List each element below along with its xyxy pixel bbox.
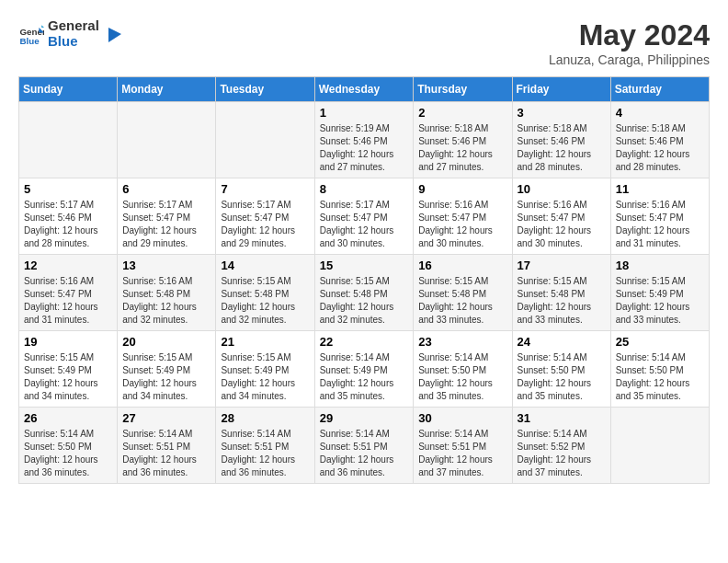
calendar-cell: 1Sunrise: 5:19 AM Sunset: 5:46 PM Daylig… [314,102,414,178]
day-number: 21 [221,335,309,349]
calendar-cell: 20Sunrise: 5:15 AM Sunset: 5:49 PM Dayli… [118,331,216,408]
day-info: Sunrise: 5:15 AM Sunset: 5:49 PM Dayligh… [24,351,112,403]
calendar-table: SundayMondayTuesdayWednesdayThursdayFrid… [18,76,710,484]
calendar-cell: 6Sunrise: 5:17 AM Sunset: 5:47 PM Daylig… [118,178,216,255]
calendar-cell: 7Sunrise: 5:17 AM Sunset: 5:47 PM Daylig… [216,178,314,255]
logo: General Blue General Blue [18,18,123,49]
day-info: Sunrise: 5:15 AM Sunset: 5:49 PM Dayligh… [221,351,309,403]
day-number: 18 [616,259,704,272]
day-info: Sunrise: 5:17 AM Sunset: 5:47 PM Dayligh… [320,199,409,250]
day-info: Sunrise: 5:14 AM Sunset: 5:52 PM Dayligh… [518,428,606,479]
day-number: 14 [221,259,309,272]
day-info: Sunrise: 5:14 AM Sunset: 5:50 PM Dayligh… [616,351,704,403]
day-number: 9 [418,182,506,196]
calendar-cell: 25Sunrise: 5:14 AM Sunset: 5:50 PM Dayli… [610,331,709,408]
weekday-header-friday: Friday [512,77,610,102]
calendar-cell: 18Sunrise: 5:15 AM Sunset: 5:49 PM Dayli… [610,255,709,331]
weekday-header-saturday: Saturday [610,77,709,102]
calendar-cell: 12Sunrise: 5:16 AM Sunset: 5:47 PM Dayli… [19,255,118,331]
day-number: 28 [221,411,309,425]
calendar-cell: 13Sunrise: 5:16 AM Sunset: 5:48 PM Dayli… [118,255,216,331]
day-number: 10 [518,182,606,196]
day-number: 11 [616,182,704,196]
day-info: Sunrise: 5:15 AM Sunset: 5:49 PM Dayligh… [616,275,704,327]
day-info: Sunrise: 5:16 AM Sunset: 5:48 PM Dayligh… [122,275,210,327]
calendar-cell: 9Sunrise: 5:16 AM Sunset: 5:47 PM Daylig… [414,178,512,255]
day-number: 31 [518,411,606,425]
day-number: 1 [320,106,409,120]
day-info: Sunrise: 5:15 AM Sunset: 5:48 PM Dayligh… [320,275,409,327]
day-number: 15 [320,259,409,272]
day-number: 20 [122,335,210,349]
calendar-cell: 11Sunrise: 5:16 AM Sunset: 5:47 PM Dayli… [610,178,709,255]
day-number: 22 [320,335,409,349]
day-info: Sunrise: 5:15 AM Sunset: 5:48 PM Dayligh… [221,275,309,327]
calendar-cell: 2Sunrise: 5:18 AM Sunset: 5:46 PM Daylig… [414,102,512,178]
location-subtitle: Lanuza, Caraga, Philippines [549,52,710,67]
day-info: Sunrise: 5:16 AM Sunset: 5:47 PM Dayligh… [24,275,112,327]
svg-marker-4 [108,28,121,42]
day-number: 3 [518,106,606,120]
day-info: Sunrise: 5:14 AM Sunset: 5:51 PM Dayligh… [221,428,309,479]
logo-icon: General Blue [18,21,44,47]
day-info: Sunrise: 5:18 AM Sunset: 5:46 PM Dayligh… [518,122,606,174]
calendar-cell: 14Sunrise: 5:15 AM Sunset: 5:48 PM Dayli… [216,255,314,331]
calendar-week-row: 1Sunrise: 5:19 AM Sunset: 5:46 PM Daylig… [19,102,710,178]
day-number: 5 [24,182,112,196]
day-number: 4 [616,106,704,120]
calendar-cell [19,102,118,178]
calendar-cell: 19Sunrise: 5:15 AM Sunset: 5:49 PM Dayli… [19,331,118,408]
title-block: May 2024 Lanuza, Caraga, Philippines [549,18,710,67]
day-info: Sunrise: 5:19 AM Sunset: 5:46 PM Dayligh… [320,122,409,174]
day-number: 7 [221,182,309,196]
logo-arrow-icon [103,24,123,44]
day-info: Sunrise: 5:14 AM Sunset: 5:51 PM Dayligh… [320,428,409,479]
calendar-cell [216,102,314,178]
day-number: 17 [518,259,606,272]
svg-text:Blue: Blue [19,36,40,46]
day-info: Sunrise: 5:16 AM Sunset: 5:47 PM Dayligh… [518,199,606,250]
day-info: Sunrise: 5:17 AM Sunset: 5:47 PM Dayligh… [122,199,210,250]
day-number: 23 [418,335,506,349]
weekday-header-sunday: Sunday [19,77,118,102]
calendar-cell: 17Sunrise: 5:15 AM Sunset: 5:48 PM Dayli… [512,255,610,331]
calendar-cell: 28Sunrise: 5:14 AM Sunset: 5:51 PM Dayli… [216,408,314,484]
calendar-cell: 4Sunrise: 5:18 AM Sunset: 5:46 PM Daylig… [610,102,709,178]
day-info: Sunrise: 5:14 AM Sunset: 5:50 PM Dayligh… [418,351,506,403]
calendar-cell: 16Sunrise: 5:15 AM Sunset: 5:48 PM Dayli… [414,255,512,331]
day-number: 19 [24,335,112,349]
logo-general: General [48,18,99,34]
month-title: May 2024 [549,18,710,52]
day-info: Sunrise: 5:14 AM Sunset: 5:50 PM Dayligh… [518,351,606,403]
calendar-cell: 21Sunrise: 5:15 AM Sunset: 5:49 PM Dayli… [216,331,314,408]
calendar-cell: 31Sunrise: 5:14 AM Sunset: 5:52 PM Dayli… [512,408,610,484]
day-number: 12 [24,259,112,272]
day-number: 29 [320,411,409,425]
calendar-cell: 30Sunrise: 5:14 AM Sunset: 5:51 PM Dayli… [414,408,512,484]
calendar-cell: 8Sunrise: 5:17 AM Sunset: 5:47 PM Daylig… [314,178,414,255]
weekday-header-tuesday: Tuesday [216,77,314,102]
day-info: Sunrise: 5:18 AM Sunset: 5:46 PM Dayligh… [616,122,704,174]
weekday-header-row: SundayMondayTuesdayWednesdayThursdayFrid… [19,77,710,102]
day-number: 25 [616,335,704,349]
page-header: General Blue General Blue May 2024 Lanuz… [18,18,710,67]
day-info: Sunrise: 5:16 AM Sunset: 5:47 PM Dayligh… [616,199,704,250]
day-number: 6 [122,182,210,196]
day-number: 27 [122,411,210,425]
day-info: Sunrise: 5:14 AM Sunset: 5:51 PM Dayligh… [122,428,210,479]
day-info: Sunrise: 5:16 AM Sunset: 5:47 PM Dayligh… [418,199,506,250]
day-number: 30 [418,411,506,425]
day-number: 2 [418,106,506,120]
calendar-cell [610,408,709,484]
day-info: Sunrise: 5:17 AM Sunset: 5:46 PM Dayligh… [24,199,112,250]
weekday-header-thursday: Thursday [414,77,512,102]
day-number: 13 [122,259,210,272]
day-info: Sunrise: 5:14 AM Sunset: 5:50 PM Dayligh… [24,428,112,479]
calendar-cell: 26Sunrise: 5:14 AM Sunset: 5:50 PM Dayli… [19,408,118,484]
calendar-cell [118,102,216,178]
logo-blue: Blue [48,34,99,50]
day-info: Sunrise: 5:18 AM Sunset: 5:46 PM Dayligh… [418,122,506,174]
calendar-cell: 24Sunrise: 5:14 AM Sunset: 5:50 PM Dayli… [512,331,610,408]
day-info: Sunrise: 5:15 AM Sunset: 5:48 PM Dayligh… [518,275,606,327]
day-info: Sunrise: 5:17 AM Sunset: 5:47 PM Dayligh… [221,199,309,250]
